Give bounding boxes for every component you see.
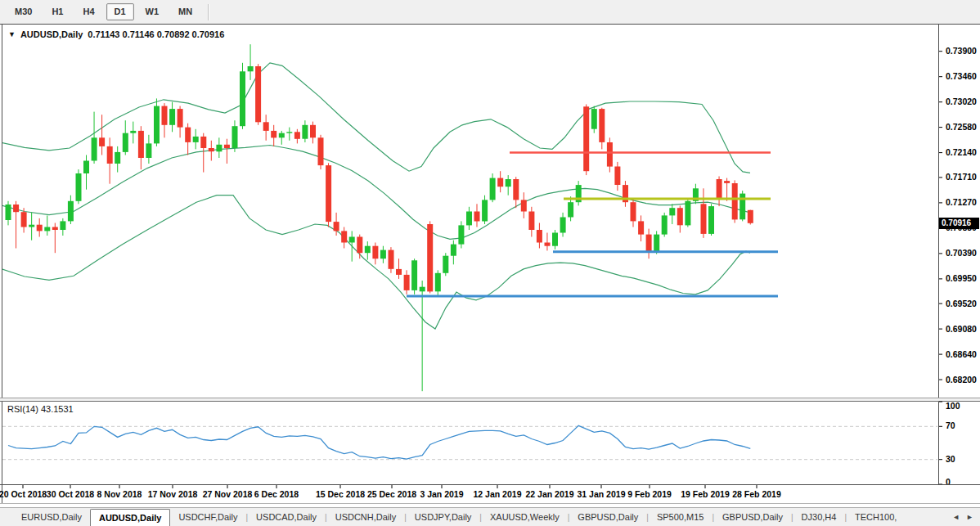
chart-symbol-label: AUDUSD,Daily (20, 29, 83, 39)
timeframe-button-w1[interactable]: W1 (137, 3, 168, 20)
symbol-tabbar: EURUSD,DailyAUDUSD,DailyUSDCHF,Daily|USD… (0, 507, 980, 526)
svg-text:0.72140: 0.72140 (946, 147, 977, 157)
svg-text:0.69080: 0.69080 (946, 324, 977, 334)
svg-text:31 Jan 2019: 31 Jan 2019 (578, 489, 626, 499)
tab-sp500-m15[interactable]: SP500,M15 (649, 508, 712, 526)
tab-audusd-daily[interactable]: AUDUSD,Daily (90, 509, 170, 526)
svg-text:6 Dec 2018: 6 Dec 2018 (254, 489, 299, 499)
svg-text:15 Dec 2018: 15 Dec 2018 (316, 489, 365, 499)
svg-text:12 Jan 2019: 12 Jan 2019 (474, 489, 522, 499)
svg-text:0.70390: 0.70390 (946, 248, 977, 258)
tab-usdcnh-daily[interactable]: USDCNH,Daily (327, 508, 405, 526)
svg-text:8 Nov 2018: 8 Nov 2018 (97, 489, 142, 499)
chart-ohlc-values: 0.71143 0.71146 0.70892 0.70916 (88, 29, 224, 39)
svg-text:0.72580: 0.72580 (946, 122, 977, 132)
timeframe-button-m30[interactable]: M30 (7, 3, 40, 20)
toolbar-separator (208, 4, 209, 20)
svg-text:0.69520: 0.69520 (946, 299, 977, 308)
svg-text:0: 0 (946, 477, 951, 487)
timeframe-toolbar: M30H1H4D1W1MN (0, 0, 980, 24)
tab-eurusd-daily[interactable]: EURUSD,Daily (13, 508, 90, 526)
current-price-tag: 0.70916 (939, 218, 979, 229)
tab-dj30-h4[interactable]: DJ30,H4 (793, 508, 845, 526)
timeframe-button-h1[interactable]: H1 (43, 3, 71, 20)
svg-text:0.71710: 0.71710 (946, 172, 977, 182)
tab-usdjpy-daily[interactable]: USDJPY,Daily (407, 508, 480, 526)
tab-usdcad-daily[interactable]: USDCAD,Daily (248, 508, 325, 526)
svg-text:0.68640: 0.68640 (946, 349, 977, 359)
svg-text:17 Nov 2018: 17 Nov 2018 (148, 489, 198, 499)
svg-text:30: 30 (946, 454, 955, 464)
timeframe-button-d1[interactable]: D1 (106, 3, 134, 20)
tab-gbpusd-daily[interactable]: GBPUSD,Daily (569, 508, 646, 526)
tab-gbpusd-daily[interactable]: GBPUSD,Daily (714, 508, 791, 526)
tab-usdchf-daily[interactable]: USDCHF,Daily (170, 508, 245, 526)
rsi-indicator-label: RSI(14) 43.1531 (7, 404, 74, 414)
tabs-scroll-left-icon[interactable]: ◄ (952, 513, 960, 521)
tab-tech100-[interactable]: TECH100, (847, 508, 905, 526)
svg-text:9 Feb 2019: 9 Feb 2019 (627, 489, 672, 499)
svg-text:27 Nov 2018: 27 Nov 2018 (203, 489, 253, 499)
svg-text:0.68200: 0.68200 (946, 375, 977, 384)
chart-title: ▼ AUDUSD,Daily 0.71143 0.71146 0.70892 0… (8, 29, 224, 39)
svg-text:28 Feb 2019: 28 Feb 2019 (732, 489, 781, 499)
tab-xauusd-weekly[interactable]: XAUUSD,Weekly (482, 508, 568, 526)
svg-text:20 Oct 2018: 20 Oct 2018 (0, 489, 47, 499)
svg-text:0.73020: 0.73020 (946, 97, 977, 106)
svg-text:100: 100 (946, 401, 960, 411)
tabs-scroll-right-icon[interactable]: ► (966, 513, 973, 521)
svg-text:0.69950: 0.69950 (946, 273, 977, 283)
svg-text:25 Dec 2018: 25 Dec 2018 (367, 489, 416, 499)
svg-text:0.71270: 0.71270 (946, 197, 977, 207)
svg-text:30 Oct 2018: 30 Oct 2018 (47, 489, 95, 499)
svg-text:0.73460: 0.73460 (946, 71, 977, 81)
svg-text:19 Feb 2019: 19 Feb 2019 (681, 489, 730, 499)
timeframe-button-mn[interactable]: MN (170, 3, 200, 20)
svg-text:3 Jan 2019: 3 Jan 2019 (420, 489, 463, 499)
timeframe-button-h4[interactable]: H4 (74, 3, 102, 20)
svg-text:22 Jan 2019: 22 Jan 2019 (526, 489, 574, 499)
svg-text:0.73900: 0.73900 (946, 46, 977, 56)
svg-text:70: 70 (946, 420, 955, 430)
mt4-window: { "toolbar": { "timeframes": [ {"label":… (0, 0, 980, 526)
chart-plot-area[interactable]: 0.739000.734600.730200.725800.721400.717… (0, 24, 980, 507)
chart-collapse-icon[interactable]: ▼ (8, 30, 16, 38)
